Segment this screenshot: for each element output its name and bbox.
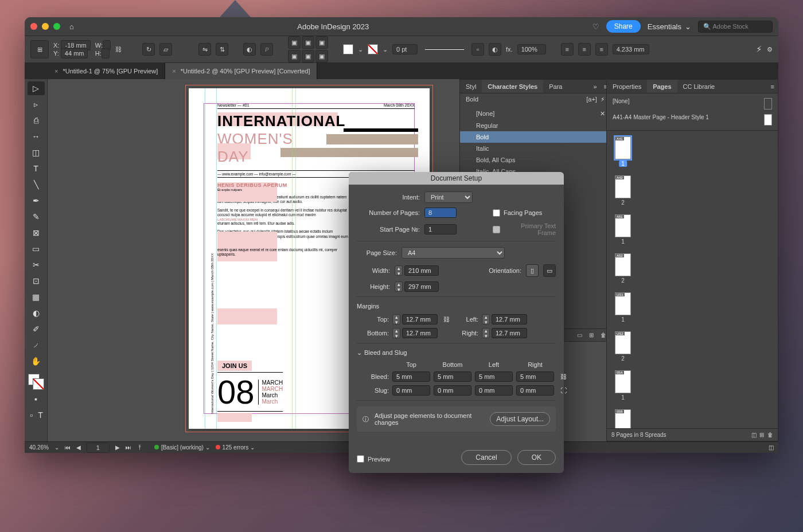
master-a4[interactable]: A41-A4 Master Page - Header Style 1 [613, 112, 772, 128]
ref-point-grid[interactable]: ⊞ [30, 40, 49, 58]
thumb-4[interactable]: A522 [615, 253, 631, 276]
link-icon[interactable]: ⛓ [443, 316, 450, 323]
wrap-icon[interactable]: ▣ [288, 36, 301, 49]
selection-tool[interactable]: ▷ [28, 81, 45, 95]
style-bac[interactable]: Bold, All Caps [460, 154, 611, 166]
page-tool[interactable]: ⎙ [28, 114, 45, 127]
h-value[interactable] [102, 48, 110, 58]
view-mode-preview[interactable]: T [37, 408, 45, 422]
slug-left[interactable] [475, 385, 513, 396]
preflight-mode[interactable]: [Basic] (working) [161, 444, 204, 451]
constrain-icon[interactable]: ⛓ [115, 46, 122, 53]
tab-cc[interactable]: CC Librarie [677, 80, 721, 93]
spin-buttons[interactable]: ▴▾ [392, 314, 400, 324]
tab-pages[interactable]: Pages [647, 80, 677, 93]
thumb-5[interactable]: US11 [615, 292, 631, 315]
pen-tool[interactable]: ✒ [28, 194, 45, 208]
lightning-icon[interactable]: ⚡︎ [756, 44, 762, 54]
workspace-switcher[interactable]: Essentials ⌄ [648, 22, 691, 31]
bleed-right[interactable] [516, 371, 554, 382]
new-style-icon[interactable]: [a+] [586, 96, 597, 103]
chevron-down-icon[interactable]: ⌄ [383, 46, 388, 53]
measure-tool[interactable]: ⟋ [28, 338, 45, 352]
pagesize-select[interactable]: A4 [402, 247, 505, 259]
new-icon[interactable]: ⊞ [589, 332, 594, 338]
scissors-tool[interactable]: ✂ [28, 258, 45, 272]
margin-right-input[interactable] [492, 328, 527, 338]
lightning-icon[interactable]: ⚡︎ [601, 96, 605, 103]
chevron-down-icon[interactable]: ⌄ [358, 46, 363, 53]
gradient-tool[interactable]: ▦ [28, 290, 45, 304]
link-icon[interactable]: ⛓ [558, 373, 569, 380]
stroke-style[interactable] [424, 49, 465, 50]
spin-buttons[interactable]: ▴▾ [395, 281, 403, 292]
scroll-icon[interactable]: ◫ [769, 444, 774, 451]
stroke-swatch[interactable] [368, 44, 378, 54]
align-icon[interactable]: ≡ [595, 43, 608, 56]
prev-page-icon[interactable]: ◀ [76, 444, 81, 451]
help-icon[interactable]: ♡ [592, 22, 599, 31]
npages-input[interactable] [424, 208, 457, 218]
transform-tool[interactable]: ⊡ [28, 274, 45, 288]
master-none[interactable]: [None] [613, 96, 772, 112]
view-mode-normal[interactable]: ▫ [28, 408, 36, 422]
new-page-icon[interactable]: ⊞ [759, 432, 764, 438]
wrap-icon[interactable]: ▣ [315, 50, 328, 62]
spin-buttons[interactable]: ▴▾ [482, 328, 490, 338]
preview-check[interactable]: Preview [357, 455, 390, 463]
panel-tab-styl[interactable]: Styl [460, 80, 482, 93]
stroke-weight[interactable]: 0 pt [392, 44, 418, 54]
fill-swatch[interactable] [343, 44, 353, 54]
last-page-icon[interactable]: ⏭ [126, 444, 131, 451]
fill-stroke-swatch[interactable] [28, 374, 44, 390]
gear-icon[interactable]: ⚙ [767, 46, 773, 53]
clear-icon[interactable]: ✕ [600, 110, 605, 118]
close-button[interactable] [30, 23, 37, 30]
frame-tool[interactable]: ⊠ [28, 226, 45, 240]
spin-buttons[interactable]: ▴▾ [392, 328, 400, 338]
feather-tool[interactable]: ◐ [28, 306, 45, 320]
bleed-left[interactable] [475, 371, 513, 382]
align-icon[interactable]: ≡ [578, 43, 591, 56]
error-count[interactable]: 125 errors [223, 444, 249, 451]
apply-color[interactable]: ▪ [28, 392, 45, 406]
margin-left-input[interactable] [492, 314, 527, 324]
slug-right[interactable] [516, 385, 554, 396]
home-icon[interactable]: ⌂ [69, 22, 74, 31]
pencil-tool[interactable]: ✎ [28, 210, 45, 224]
zoom-val[interactable]: 100% [517, 44, 546, 54]
wrap-icon[interactable]: ▣ [302, 50, 314, 62]
thumb-3[interactable]: A511 [615, 214, 631, 237]
intent-select[interactable]: Print [424, 191, 473, 203]
doc-tab-1[interactable]: ×*Untitled-1 @ 75% [GPU Preview] [48, 63, 165, 79]
panel-more-icon[interactable]: » [590, 83, 600, 90]
maximize-button[interactable] [53, 23, 60, 30]
landscape-icon[interactable]: ▭ [543, 264, 556, 277]
style-bold[interactable]: Bold [460, 131, 611, 143]
style-none[interactable]: [None]✕ [460, 108, 611, 120]
rect-tool[interactable]: ▭ [28, 242, 45, 256]
bleed-bottom[interactable] [434, 371, 471, 382]
direct-select-tool[interactable]: ▹ [28, 97, 45, 111]
gutter[interactable]: 4.233 mm [613, 44, 649, 54]
first-page-icon[interactable]: ⏮ [65, 444, 71, 451]
thumb-7[interactable]: 05A1 [615, 370, 631, 393]
height-input[interactable] [404, 281, 439, 292]
effects-icon[interactable]: ◐ [243, 43, 256, 56]
margin-top-input[interactable] [402, 314, 438, 324]
adjust-layout-button[interactable]: Adjust Layout... [490, 412, 550, 426]
hand-tool[interactable]: ✋ [28, 354, 45, 368]
shear-icon[interactable]: ▱ [159, 43, 172, 56]
align-icon[interactable]: ≡ [561, 43, 574, 56]
type-tool[interactable]: T [28, 162, 45, 175]
adobe-stock-search[interactable]: 🔍 Adobe Stock [698, 21, 773, 33]
minimize-button[interactable] [42, 23, 49, 30]
margin-bottom-input[interactable] [402, 328, 438, 338]
wrap-icon[interactable]: ▣ [302, 36, 314, 49]
flip-v-icon[interactable]: ⇅ [216, 43, 228, 56]
y-value[interactable]: 44 mm [61, 48, 88, 58]
thumb-8[interactable]: 05B2 [615, 409, 631, 428]
cancel-button[interactable]: Cancel [461, 450, 511, 465]
doc-tab-2[interactable]: ×*Untitled-2 @ 40% [GPU Preview] [Conver… [165, 63, 317, 79]
style-italic[interactable]: Italic [460, 143, 611, 154]
